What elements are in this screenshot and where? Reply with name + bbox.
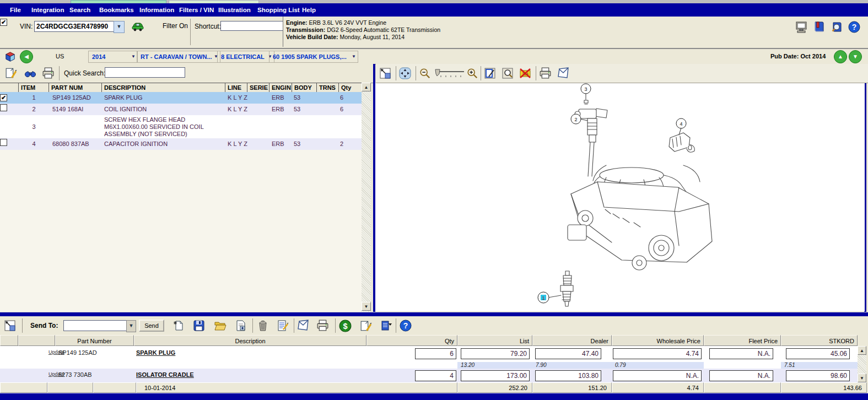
column-header-serie[interactable]: SERIE	[247, 83, 269, 93]
column-header-body[interactable]: BODY	[292, 83, 317, 93]
column-header-trns[interactable]: TRNS	[317, 83, 339, 93]
open-order-button[interactable]	[213, 318, 227, 333]
menu-item-help[interactable]: Help	[302, 3, 316, 17]
column-header-qty[interactable]: Qty	[366, 335, 457, 346]
pan-button[interactable]	[398, 66, 412, 80]
vin-input[interactable]	[34, 21, 117, 32]
qty-input[interactable]: 4	[415, 370, 456, 381]
column-header-line[interactable]: LINE	[225, 83, 247, 93]
print-screen-button[interactable]	[794, 20, 808, 34]
email-order-button[interactable]	[296, 318, 311, 333]
menu-item-file[interactable]: File	[10, 3, 21, 17]
pub-date-next-button[interactable]: ▼	[849, 50, 862, 63]
print-illustration-button[interactable]	[538, 66, 552, 80]
menu-item-information[interactable]: Information	[139, 3, 174, 17]
scroll-down-button[interactable]: ▼	[858, 374, 866, 382]
dealer-price: 47.40	[535, 348, 601, 359]
menu-item-search[interactable]: Search	[69, 3, 90, 17]
new-order-button[interactable]	[171, 318, 185, 333]
print-order-button[interactable]	[315, 318, 330, 332]
delete-item-button[interactable]	[256, 318, 270, 333]
row-checkbox[interactable]	[0, 94, 7, 101]
restore-view-button[interactable]	[378, 66, 392, 80]
list-price: 173.00	[461, 370, 530, 381]
vehicle-lookup-icon[interactable]	[131, 19, 144, 33]
quick-search-input[interactable]	[105, 67, 185, 78]
menu-item-bookmarks[interactable]: Bookmarks	[99, 3, 134, 17]
scroll-up-button[interactable]: ▲	[362, 83, 371, 91]
notes-button[interactable]	[358, 318, 373, 333]
pub-date-previous-button[interactable]: ▲	[834, 50, 847, 63]
print-parts-button[interactable]	[41, 66, 55, 80]
menu-item-illustration[interactable]: Illustration	[218, 3, 251, 17]
import-order-button[interactable]	[234, 318, 248, 333]
fleet-price: N.A.	[709, 370, 773, 381]
stkord-total: 143.66	[781, 382, 867, 393]
column-header-list[interactable]: List	[457, 335, 532, 346]
line-codes: K L Y Z	[228, 138, 261, 150]
row-checkbox[interactable]	[0, 139, 7, 146]
column-header-description[interactable]: Description	[134, 335, 366, 346]
hide-callouts-button[interactable]: 234	[518, 66, 532, 80]
help-button[interactable]: ?	[847, 20, 861, 34]
column-header-part-num[interactable]: PART NUM	[49, 83, 102, 93]
catalog-home-button[interactable]	[4, 50, 17, 63]
send-to-dropdown-button[interactable]: ▼	[126, 320, 136, 332]
column-header-fleet[interactable]: Fleet Price	[704, 335, 781, 346]
scroll-up-button[interactable]: ▲	[858, 346, 866, 355]
body-code: 53	[294, 92, 316, 104]
column-header-item[interactable]: ITEM	[19, 83, 49, 93]
edit-notes-button[interactable]	[3, 66, 18, 80]
column-header-part-number[interactable]: Part Number	[55, 335, 134, 346]
shortcut-input[interactable]	[220, 21, 283, 31]
zoom-slider[interactable]	[433, 68, 465, 79]
menu-item-filters-vin[interactable]: Filters / VIN	[179, 3, 214, 17]
edit-order-button[interactable]	[276, 318, 290, 333]
column-header-qty[interactable]: Qty	[339, 83, 362, 93]
column-header-dealer[interactable]: Dealer	[532, 335, 612, 346]
zoom-in-button[interactable]	[465, 66, 479, 80]
column-header-wholesale[interactable]: Wholesale Price	[612, 335, 704, 346]
restore-panel-button[interactable]	[3, 318, 17, 333]
hotspot-edit-button[interactable]	[483, 66, 497, 80]
column-header-select[interactable]	[0, 83, 19, 93]
column-header-stkord[interactable]: STKORD	[781, 335, 858, 346]
model-dropdown[interactable]: RT - CARAVAN / TOWN...▼	[137, 51, 220, 63]
year-dropdown[interactable]: 2014▼	[88, 51, 138, 63]
subgroup-dropdown[interactable]: 60 1905 SPARK PLUGS,...▼	[269, 51, 358, 63]
save-order-button[interactable]	[192, 318, 206, 333]
row-checkbox[interactable]	[0, 104, 7, 111]
send-to-dropdown[interactable]	[63, 320, 130, 331]
scroll-down-button[interactable]: ▼	[362, 302, 371, 311]
pricing-button[interactable]: $	[338, 318, 352, 333]
table-row[interactable]: 1 SP149 125AD SPARK PLUG K L Y Z ERB 53 …	[0, 92, 362, 104]
svg-text:4: 4	[680, 121, 682, 127]
part-description-link[interactable]: ISOLATOR CRADLE	[136, 371, 194, 378]
email-illustration-button[interactable]	[557, 66, 571, 80]
columns-button[interactable]	[379, 318, 393, 333]
zoom-out-button[interactable]	[418, 66, 432, 80]
vin-dropdown-button[interactable]: ▼	[114, 21, 125, 33]
group-dropdown[interactable]: 8 ELECTRICAL▼	[217, 51, 274, 63]
send-button[interactable]: Send	[139, 320, 164, 332]
find-button[interactable]	[23, 66, 37, 80]
order-help-button[interactable]: ?	[398, 318, 413, 333]
envelope-icon	[297, 319, 310, 332]
table-row[interactable]: 2 5149 168AI COIL IGNITION K L Y Z ERB 5…	[0, 104, 362, 115]
column-header-engin[interactable]: ENGIN	[269, 83, 292, 93]
qty-input[interactable]: 6	[415, 348, 456, 359]
book-search-button[interactable]	[829, 20, 844, 34]
back-button[interactable]: ◀	[20, 50, 33, 63]
table-row[interactable]: 3 SCREW HEX FLANGE HEAD M6X1.00X60.00 SE…	[0, 115, 362, 138]
parts-scrollbar[interactable]	[362, 83, 371, 312]
table-row[interactable]: 4 68080 837AB CAPACITOR IGNITION K L Y Z…	[0, 138, 362, 150]
pub-date-label: Pub Date: Oct 2014	[770, 53, 826, 60]
filter-on-checkbox[interactable]	[0, 19, 7, 26]
column-header-description[interactable]: DESCRIPTION	[102, 83, 225, 93]
engine-illustration: 3 2 4 1	[375, 83, 865, 311]
menu-item-shopping-list[interactable]: Shopping List	[257, 3, 300, 17]
hotspot-zoom-button[interactable]	[500, 66, 515, 80]
part-description-link[interactable]: SPARK PLUG	[136, 349, 175, 356]
catalog-book-button[interactable]	[812, 20, 826, 34]
menu-item-integration[interactable]: Integration	[31, 3, 64, 17]
